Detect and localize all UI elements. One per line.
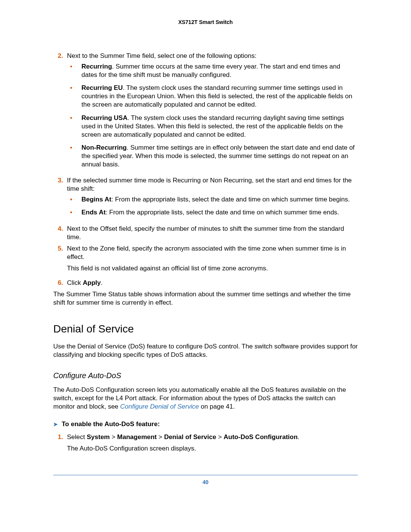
bullet-non-recurring: • Non-Recurring. Summer time settings ar… (67, 144, 358, 169)
step-body: If the selected summer time mode is Recu… (67, 176, 358, 221)
summary-paragraph: The Summer Time Status table shows infor… (53, 290, 358, 307)
nav-post: . (298, 433, 299, 441)
bullet-recurring-usa: • Recurring USA. The system clock uses t… (67, 114, 358, 139)
bullet-body: Begins At: From the appropriate lists, s… (81, 195, 358, 204)
bullet-begins-at: • Begins At: From the appropriate lists,… (67, 195, 358, 204)
autodos-intro: The Auto-DoS Configuration screen lets y… (53, 386, 358, 411)
step-4: 4. Next to the Offset field, specify the… (53, 225, 358, 241)
bullet-label: Recurring (81, 63, 112, 70)
procedure-title: To enable the Auto-DoS feature: (62, 420, 160, 428)
nav-management: Management (117, 433, 157, 441)
step-body: Select System > Management > Denial of S… (67, 433, 358, 456)
nav-sep: > (110, 433, 117, 441)
page-number: 40 (53, 479, 358, 485)
step-5: 5. Next to the Zone field, specify the a… (53, 244, 358, 276)
bullet-icon: • (67, 62, 81, 79)
step-text: If the selected summer time mode is Recu… (67, 177, 352, 192)
bullet-label: Recurring EU (81, 84, 123, 91)
bullet-label: Ends At (81, 209, 106, 216)
bullet-recurring-eu: • Recurring EU. The system clock uses th… (67, 84, 358, 109)
step-text: Next to the Summer Time field, select on… (67, 52, 256, 59)
link-configure-dos[interactable]: Configure Denial of Service (120, 403, 199, 410)
step-extra: This field is not validated against an o… (67, 264, 358, 273)
bullet-icon: • (67, 195, 81, 204)
content-body: 2. Next to the Summer Time field, select… (53, 52, 358, 456)
nav-dos: Denial of Service (164, 433, 216, 441)
step-body: Next to the Summer Time field, select on… (67, 52, 358, 173)
dos-intro: Use the Denial of Service (DoS) feature … (53, 342, 358, 359)
autodos-intro-b: on page 41. (199, 403, 235, 410)
procedure-heading: ➤ To enable the Auto-DoS feature: (53, 420, 358, 428)
step-6: 6. Click Apply. (53, 279, 358, 287)
section-heading-dos: Denial of Service (53, 322, 358, 336)
nav-system: System (87, 433, 110, 441)
running-header: XS712T Smart Switch (53, 19, 358, 25)
step-3: 3. If the selected summer time mode is R… (53, 176, 358, 221)
bullet-recurring: • Recurring. Summer time occurs at the s… (67, 62, 358, 79)
page: XS712T Smart Switch 2. Next to the Summe… (0, 0, 411, 500)
nav-sep: > (157, 433, 164, 441)
step-bold: Apply (83, 279, 101, 286)
bullet-icon: • (67, 144, 81, 169)
bullet-text: : From the appropriate lists, select the… (112, 196, 350, 203)
step-2: 2. Next to the Summer Time field, select… (53, 52, 358, 173)
chevron-right-icon: ➤ (53, 421, 58, 428)
subsection-heading-autodos: Configure Auto-DoS (53, 371, 358, 380)
bullet-body: Ends At: From the appropriate lists, sel… (81, 208, 358, 217)
bullet-ends-at: • Ends At: From the appropriate lists, s… (67, 208, 358, 217)
bullet-label: Recurring USA (81, 114, 127, 121)
nav-autodos: Auto-DoS Configuration (224, 433, 298, 441)
step-number: 5. (53, 244, 67, 276)
bullet-body: Non-Recurring. Summer time settings are … (81, 144, 358, 169)
nav-pre: Select (67, 433, 87, 441)
step-text: Next to the Zone field, specify the acro… (67, 244, 358, 261)
bullet-body: Recurring EU. The system clock uses the … (81, 84, 358, 109)
bullet-icon: • (67, 208, 81, 217)
bullet-body: Recurring USA. The system clock uses the… (81, 114, 358, 139)
step-number: 1. (53, 433, 67, 456)
step-body: Next to the Zone field, specify the acro… (67, 244, 358, 276)
step-number: 6. (53, 279, 67, 287)
bullet-icon: • (67, 114, 81, 139)
step-after: The Auto-DoS Configuration screen displa… (67, 444, 358, 453)
step-number: 4. (53, 225, 67, 241)
bullet-text: . Summer time occurs at the same time ev… (81, 63, 340, 78)
step-number: 3. (53, 176, 67, 221)
bullet-text: : From the appropriate lists, select the… (106, 209, 339, 216)
bullet-icon: • (67, 84, 81, 109)
step-post: . (101, 279, 103, 286)
step-text: Next to the Offset field, specify the nu… (67, 225, 358, 241)
step-body: Click Apply. (67, 279, 358, 287)
step-pre: Click (67, 279, 83, 286)
footer-rule (53, 475, 358, 475)
bullet-label: Begins At (81, 196, 112, 203)
autodos-step-1: 1. Select System > Management > Denial o… (53, 433, 358, 456)
bullet-label: Non-Recurring (81, 144, 127, 151)
nav-sep: > (216, 433, 223, 441)
bullet-body: Recurring. Summer time occurs at the sam… (81, 62, 358, 79)
step-number: 2. (53, 52, 67, 173)
